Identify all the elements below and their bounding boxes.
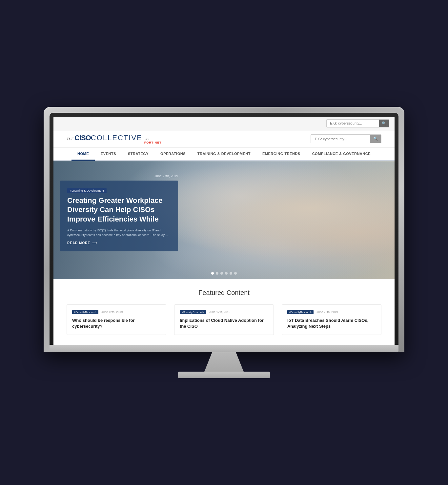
card-1-tag: #SecurityResearch	[72, 310, 98, 314]
card-1-meta: #SecurityResearch June 12th, 2019	[72, 310, 161, 314]
hero-read-more-text: READ MORE	[67, 241, 90, 245]
featured-grid: #SecurityResearch June 12th, 2019 Who sh…	[67, 304, 381, 335]
card-2-meta: #SecurityResearch June 17th, 2019	[180, 310, 268, 314]
logo-fortinet: FORTINET	[144, 141, 162, 144]
card-1-title[interactable]: Who should be responsible for cybersecur…	[72, 318, 161, 329]
hero-dot-5[interactable]	[230, 272, 232, 275]
navigation: HOME EVENTS STRATEGY OPERATIONS TRAINING…	[53, 148, 395, 161]
nav-events[interactable]: EVENTS	[95, 148, 122, 161]
card-3-meta: #SecurityResearch June 22th, 2019	[287, 310, 376, 314]
hero-dot-1[interactable]	[211, 272, 214, 275]
hero-card: #Learning & Development Creating Greater…	[60, 181, 178, 251]
hero-read-more-link[interactable]: READ MORE ⟶	[67, 241, 171, 245]
nav-compliance[interactable]: COMPLIANCE & GOVERNANCE	[306, 148, 377, 161]
screen: 🔍 THE CISO COLLECTIVE by FORTINET	[53, 117, 395, 345]
hero-tag: #Learning & Development	[67, 188, 107, 193]
monitor-outer: 🔍 THE CISO COLLECTIVE by FORTINET	[44, 107, 404, 352]
header-search-container: 🔍	[311, 134, 381, 143]
nav-emerging[interactable]: EMERGING TRENDS	[256, 148, 306, 161]
monitor-wrapper: 🔍 THE CISO COLLECTIVE by FORTINET	[44, 107, 404, 378]
card-2-date: June 17th, 2019	[209, 310, 231, 314]
site-header: THE CISO COLLECTIVE by FORTINET 🔍	[53, 130, 395, 148]
monitor-bezel: 🔍 THE CISO COLLECTIVE by FORTINET	[50, 113, 398, 345]
monitor-neck	[204, 352, 244, 372]
hero-dot-2[interactable]	[216, 272, 218, 275]
monitor-stand	[178, 372, 270, 378]
card-3-tag: #SecurityResearch	[287, 310, 314, 314]
hero-content: June 27th, 2019 #Learning & Development …	[60, 174, 178, 251]
card-3-date: June 22th, 2019	[317, 310, 338, 314]
card-2-title[interactable]: Implications of Cloud Native Adoption fo…	[180, 318, 268, 329]
nav-operations[interactable]: OPERATIONS	[154, 148, 192, 161]
card-2-tag: #SecurityResearch	[180, 310, 206, 314]
nav-strategy[interactable]: STRATEGY	[122, 148, 154, 161]
top-search-container: 🔍	[326, 119, 389, 127]
featured-section: Featured Content #SecurityResearch June …	[53, 279, 395, 345]
logo-ciso: CISO	[74, 134, 91, 142]
logo-by: by	[146, 138, 162, 141]
hero-section: June 27th, 2019 #Learning & Development …	[53, 161, 395, 279]
top-search-bar: 🔍	[53, 117, 395, 130]
hero-dot-4[interactable]	[225, 272, 228, 275]
hero-pagination-dots	[211, 272, 237, 275]
nav-home[interactable]: HOME	[71, 148, 95, 161]
logo: THE CISO COLLECTIVE by FORTINET	[67, 134, 162, 144]
card-1-date: June 12th, 2019	[102, 310, 123, 314]
header-search-input[interactable]	[311, 135, 370, 143]
logo-collective: COLLECTIVE	[91, 134, 142, 142]
featured-title: Featured Content	[67, 289, 381, 297]
hero-arrow-icon: ⟶	[92, 241, 97, 245]
hero-date: June 27th, 2019	[60, 174, 178, 178]
logo-the: THE	[67, 137, 74, 141]
card-3-title[interactable]: IoT Data Breaches Should Alarm CISOs, An…	[287, 318, 376, 329]
featured-card-2: #SecurityResearch June 17th, 2019 Implic…	[174, 304, 274, 335]
hero-title: Creating Greater Workplace Diversity Can…	[67, 196, 171, 224]
hero-dot-3[interactable]	[220, 272, 223, 275]
featured-card-1: #SecurityResearch June 12th, 2019 Who sh…	[67, 304, 166, 335]
top-search-button[interactable]: 🔍	[379, 120, 389, 127]
monitor-bottom-bar	[50, 345, 398, 352]
hero-dot-6[interactable]	[234, 272, 237, 275]
top-search-input[interactable]	[327, 120, 379, 126]
hero-description: A European study by ISC(2) finds that wo…	[67, 228, 171, 238]
header-search-button[interactable]: 🔍	[370, 135, 381, 143]
featured-card-3: #SecurityResearch June 22th, 2019 IoT Da…	[282, 304, 381, 335]
nav-training[interactable]: TRAINING & DEVELOPMENT	[192, 148, 256, 161]
